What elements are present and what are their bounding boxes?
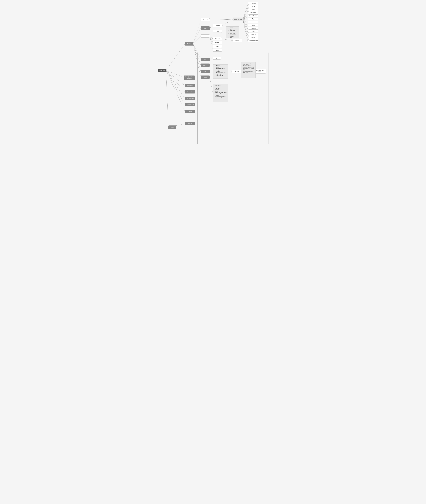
svg-line-25 bbox=[243, 19, 248, 20]
taste-test-home-node: Taste test bbox=[185, 122, 195, 125]
svg-line-19 bbox=[222, 31, 226, 31]
svg-line-31 bbox=[243, 19, 248, 40]
pd-region-node: Region bbox=[248, 24, 258, 26]
guides-nav-node: Guides bbox=[213, 45, 222, 48]
svg-line-28 bbox=[243, 19, 248, 30]
login-node: Log In bbox=[201, 58, 210, 61]
svg-line-16 bbox=[210, 26, 213, 28]
shop-node: Shop bbox=[201, 26, 210, 30]
svg-line-17 bbox=[210, 28, 213, 31]
svg-line-2 bbox=[166, 70, 185, 86]
svg-line-9 bbox=[193, 20, 201, 44]
svg-line-22 bbox=[243, 10, 248, 19]
learn-node: Learn bbox=[201, 34, 210, 37]
navbar-node: Navbar bbox=[185, 42, 193, 45]
testimonials-node: Testimonials bbox=[185, 90, 195, 94]
svg-line-7 bbox=[166, 70, 168, 127]
svg-line-11 bbox=[193, 36, 201, 44]
svg-line-3 bbox=[166, 70, 185, 92]
filters-list-node: sort by price winemaker color grape type… bbox=[226, 26, 239, 38]
pd-grape-node: Grape bbox=[248, 21, 258, 23]
taste-test-nav-node: Taste test bbox=[201, 18, 210, 22]
pd-winemaker-node: Winemaker bbox=[248, 27, 258, 29]
signup-node: Sign Up bbox=[201, 64, 210, 67]
svg-line-35 bbox=[210, 36, 213, 46]
svg-line-24 bbox=[243, 17, 248, 19]
pd-percent-node: % matching bbox=[248, 2, 258, 5]
pd-flavours-node: Primary flavours bbox=[248, 15, 258, 17]
hero-node: Hero (Test Test Invitation) bbox=[184, 75, 195, 80]
footer-node: Footer bbox=[168, 125, 176, 129]
form-node: Form bbox=[213, 57, 221, 59]
svg-line-4 bbox=[166, 70, 185, 99]
pd-type-node: Type bbox=[248, 18, 258, 20]
checkout-list-node: Items - summary Your details Shipping ad… bbox=[241, 62, 256, 78]
pd-guides-node: Guides bbox=[248, 36, 258, 39]
svg-line-34 bbox=[210, 36, 213, 43]
svg-line-23 bbox=[243, 14, 248, 19]
svg-line-0 bbox=[166, 44, 185, 70]
pd-desc-node: Description bbox=[248, 11, 258, 14]
svg-line-26 bbox=[243, 19, 248, 23]
products-node: Products bbox=[213, 24, 222, 27]
overall-benefits-node: Overall benefits bbox=[185, 97, 195, 100]
pd-alcohol-node: Alcohol % bbox=[248, 33, 258, 36]
svg-line-27 bbox=[243, 19, 248, 27]
svg-line-32 bbox=[243, 19, 248, 44]
homepage-node: Homepage bbox=[158, 69, 166, 72]
profile-node: Profile bbox=[201, 75, 210, 79]
checkout-node: Checkout bbox=[232, 70, 241, 73]
pd-price-node: Price bbox=[248, 8, 258, 11]
how-it-works-node: How it works bbox=[185, 84, 195, 87]
blog-node: Blog bbox=[213, 49, 222, 51]
filters-node: Filters bbox=[213, 30, 222, 33]
svg-line-30 bbox=[243, 19, 248, 37]
svg-line-1 bbox=[166, 70, 185, 78]
pd-recommendations-node: Recommendations bbox=[248, 39, 258, 42]
svg-line-36 bbox=[210, 36, 213, 50]
svg-line-10 bbox=[193, 28, 201, 44]
svg-line-43 bbox=[210, 19, 233, 20]
svg-line-21 bbox=[243, 7, 248, 19]
profile-list-node: Taste profile Orders Rate orders Recipes… bbox=[213, 84, 228, 102]
featured-wines-node: Featured wines bbox=[185, 103, 195, 106]
cart-list-node: Products Prices Edit/Delete product Ship… bbox=[213, 64, 228, 79]
svg-line-18 bbox=[222, 19, 233, 26]
product-details-node: Product details bbox=[233, 18, 243, 21]
pd-value-node: Value bbox=[248, 30, 258, 33]
svg-line-33 bbox=[210, 36, 213, 39]
svg-line-5 bbox=[166, 70, 185, 105]
svg-line-6 bbox=[166, 70, 185, 111]
about-us-node: About us bbox=[213, 37, 222, 40]
svg-line-20 bbox=[243, 3, 248, 19]
cart-node: Cart bbox=[201, 70, 210, 73]
svg-line-29 bbox=[243, 19, 248, 33]
help-faq-node: Help/FAQ bbox=[213, 41, 222, 44]
site-map-canvas: Homepage Footer Navbar Hero (Test Test I… bbox=[156, 0, 270, 133]
guides-home-node: Guides bbox=[185, 110, 195, 113]
pd-name-node: Name bbox=[248, 5, 258, 8]
